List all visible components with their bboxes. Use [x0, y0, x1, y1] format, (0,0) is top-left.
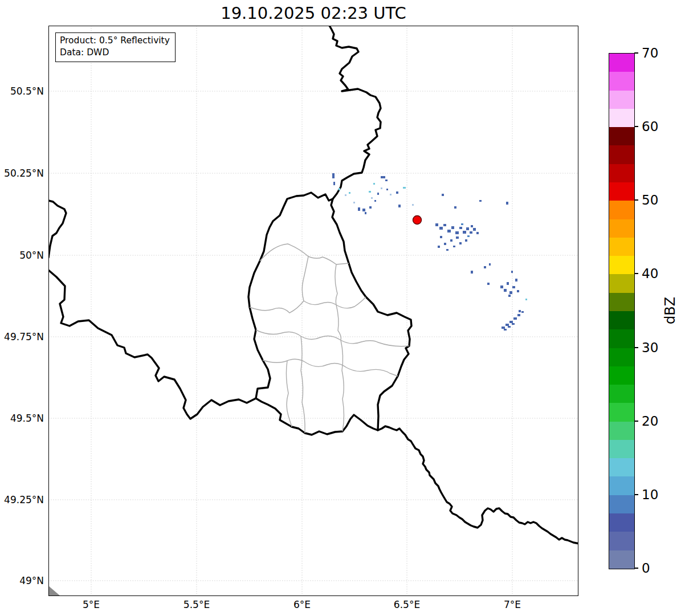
radar-echo-cell [381, 176, 385, 178]
radar-echo-cell [517, 290, 519, 292]
radar-echo-cell [471, 271, 473, 274]
grid-lines [48, 26, 578, 596]
product-line: Product: 0.5° Reflectivity [60, 35, 170, 47]
radar-echo-cell [508, 326, 511, 328]
colorbar-color-step [609, 476, 634, 495]
radar-echo-cell [525, 299, 527, 300]
radar-echo-cell [461, 223, 463, 225]
radar-echo-cell [500, 285, 503, 288]
colorbar-tick-label: 60 [642, 119, 658, 134]
radar-echo-cell [455, 231, 459, 234]
colorbar-color-step [609, 403, 634, 421]
corner-land-wedge [48, 586, 60, 596]
radar-echo-cell [456, 236, 459, 239]
radar-echo-cell [454, 206, 456, 209]
radar-echo-cell [521, 311, 524, 313]
radar-echo-cell [471, 225, 473, 227]
colorbar-color-step [609, 422, 634, 440]
colorbar-tick-mark [634, 494, 638, 495]
radar-echo-cell [504, 329, 507, 331]
colorbar-color-step [609, 495, 634, 513]
radar-echo-cell [473, 228, 476, 231]
colorbar-color-step [609, 145, 634, 164]
colorbar-tick-label: 20 [642, 413, 658, 429]
colorbar-color-step [609, 293, 634, 311]
colorbar-tick-mark [634, 347, 638, 348]
radar-echo-cell [467, 235, 470, 237]
border-luxembourg [248, 193, 411, 435]
colorbar-color-step [609, 164, 634, 182]
x-tick-label: 6.5°E [381, 599, 433, 610]
radar-site-marker [413, 216, 422, 225]
radar-echo-cell [515, 279, 517, 282]
radar-echo-cell [479, 200, 482, 202]
colorbar-color-step [609, 72, 634, 90]
radar-echo-cell [509, 321, 513, 323]
colorbar-color-step [609, 91, 634, 109]
colorbar-tick-label: 50 [642, 192, 658, 208]
radar-echo-cell [339, 188, 340, 190]
border-france-germany [378, 426, 578, 544]
border-belgium-france [48, 270, 256, 419]
colorbar-color-step [609, 127, 634, 145]
radar-echo-cell [369, 191, 371, 193]
radar-echo-cell [349, 192, 350, 194]
radar-echo-cell [386, 189, 388, 190]
radar-echo-cell [509, 291, 512, 294]
radar-echo-cell [374, 200, 376, 202]
colorbar-color-step [609, 238, 634, 256]
radar-echo-cell [505, 324, 509, 326]
radar-echo-cell [489, 263, 491, 266]
radar-echo-cell [453, 246, 455, 247]
radar-echo-cell [333, 182, 335, 185]
radar-echo-cell [439, 227, 443, 230]
colorbar-tick-mark [634, 568, 638, 569]
radar-echo-cell [369, 206, 372, 209]
radar-echo-cell [508, 295, 511, 297]
colorbar-color-step [609, 458, 634, 476]
radar-echo-cell [513, 317, 517, 320]
radar-echo-cell [358, 207, 360, 211]
radar-echo-cell [385, 180, 388, 181]
radar-echo-cell [442, 194, 444, 196]
radar-echo-cell [345, 194, 346, 196]
radar-echo-cell [373, 183, 375, 185]
radar-echo-cell [507, 282, 509, 285]
colorbar-tick-mark [634, 126, 638, 127]
colorbar-tick-label: 0 [642, 560, 650, 576]
border-belgium-france-upper [48, 201, 66, 258]
colorbar-color-step [609, 348, 634, 366]
radar-echo-cell [506, 202, 508, 205]
x-tick-label: 5°E [66, 599, 117, 610]
colorbar-tick-label: 70 [642, 45, 658, 61]
radar-echo-cell [450, 239, 452, 242]
colorbar-tick-mark [634, 199, 638, 201]
colorbar-color-step [609, 311, 634, 329]
y-tick-label: 49°N [0, 575, 44, 586]
radar-echo-cell [504, 289, 507, 292]
radar-echo-cell [512, 323, 515, 325]
radar-echo-cell [459, 227, 462, 229]
colorbar-color-step [609, 440, 634, 458]
y-tick-label: 50°N [0, 250, 44, 261]
country-borders [48, 26, 578, 544]
radar-echo-cell [487, 283, 490, 285]
border-belgium-germany [329, 26, 381, 199]
radar-echo-cell [444, 243, 446, 245]
colorbar-color-step [609, 550, 634, 569]
x-tick-label: 6°E [276, 599, 328, 610]
colorbar-color-step [609, 532, 634, 550]
radar-echo-cell [362, 209, 365, 211]
radar-echo-cell [396, 191, 398, 194]
radar-echo-cell [517, 314, 520, 316]
colorbar-axis-label: dBZ [662, 297, 678, 324]
radar-echo-cell [332, 173, 335, 178]
radar-echo-cell [398, 205, 401, 207]
radar-echo-cell [447, 230, 451, 232]
data-source-line: Data: DWD [60, 47, 170, 59]
colorbar-color-step [609, 329, 634, 348]
y-tick-label: 50.25°N [0, 168, 44, 179]
radar-echo-cell [440, 236, 442, 238]
radar-echo-cell [381, 187, 382, 189]
map-canvas [48, 26, 578, 596]
